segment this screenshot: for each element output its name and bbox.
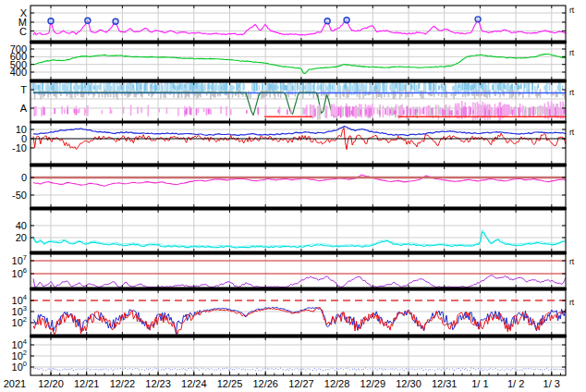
x-tick-label: 12/20	[38, 378, 64, 389]
y-tick-label: T	[20, 84, 27, 95]
flare-marker	[475, 17, 481, 22]
x-tick-label: 1/ 3	[543, 378, 560, 389]
rt-label: rt	[569, 48, 575, 57]
panel-separator	[30, 288, 567, 290]
rt-label: rt	[569, 88, 575, 97]
x-tick-label: 12/23	[145, 378, 171, 389]
panel-separator	[30, 80, 567, 82]
x-tick-label: 1/ 1	[471, 378, 488, 389]
panel-separator	[30, 251, 567, 254]
x-tick-label: 12/25	[217, 378, 243, 389]
rt-label: rt	[569, 298, 575, 307]
y-tick-label: 0	[21, 172, 27, 183]
x-tick-label: 12/28	[324, 378, 350, 389]
chart-svg: XMC700600500400TA100-100-504020107106104…	[0, 0, 586, 392]
space-weather-multi-panel-plot: XMC700600500400TA100-100-504020107106104…	[0, 0, 586, 392]
rt-label: rt	[569, 6, 575, 15]
rt-label: rt	[569, 257, 575, 266]
rt-label: rt	[569, 128, 575, 137]
x-tick-label: 12/24	[181, 378, 207, 389]
y-tick-label: A	[20, 103, 28, 114]
x-tick-label: 12/29	[360, 378, 386, 389]
y-tick-label: -10	[12, 142, 27, 153]
x-tick-label: 12/22	[110, 378, 136, 389]
y-tick-label: C	[19, 26, 27, 37]
x-tick-label: 12/30	[396, 378, 421, 389]
panel-separator	[30, 335, 567, 337]
panel-separator	[30, 41, 567, 43]
x-tick-label: 12/31	[432, 378, 458, 389]
y-tick-label: -50	[12, 190, 27, 201]
y-tick-label: 40	[16, 220, 27, 231]
panel-separator	[30, 207, 567, 210]
background	[0, 0, 586, 392]
flare-marker	[85, 18, 91, 23]
y-tick-label: 20	[16, 232, 27, 243]
panel-separator	[30, 164, 567, 166]
x-tick-label: 12/21	[74, 378, 100, 389]
flare-marker	[48, 18, 54, 24]
year-label: 2021	[4, 378, 26, 389]
y-tick-label: 400	[10, 67, 27, 78]
flare-marker	[324, 18, 330, 24]
panel-separator	[30, 121, 567, 123]
x-tick-label: 1/ 2	[507, 378, 524, 389]
flare-marker	[344, 18, 349, 23]
x-tick-label: 12/26	[252, 378, 278, 389]
flare-marker	[113, 18, 118, 24]
x-tick-label: 12/27	[288, 378, 314, 389]
